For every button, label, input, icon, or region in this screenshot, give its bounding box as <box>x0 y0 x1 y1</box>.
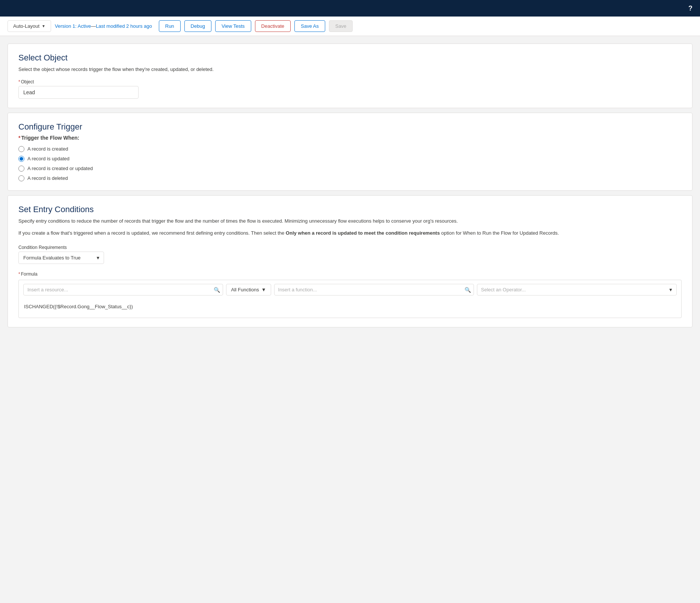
radio-deleted-label: A record is deleted <box>27 175 68 181</box>
formula-value: ISCHANGED({!$Record.Gong__Flow_Status__c… <box>24 304 133 309</box>
save-button: Save <box>329 20 353 32</box>
resource-input[interactable] <box>23 284 223 295</box>
condition-requirements-select[interactable]: Formula Evaluates to True All Conditions… <box>18 252 104 264</box>
top-bar: ? <box>0 0 700 17</box>
radio-created-updated[interactable] <box>18 166 24 172</box>
function-search-icon[interactable]: 🔍 <box>465 287 471 293</box>
operator-select-wrapper: Select an Operator... ▼ <box>477 284 677 295</box>
radio-created-label: A record is created <box>27 146 68 152</box>
all-functions-label: All Functions <box>231 287 259 292</box>
formula-body[interactable]: ISCHANGED({!$Record.Gong__Flow_Status__c… <box>18 299 682 318</box>
resource-search-icon[interactable]: 🔍 <box>214 287 220 293</box>
object-input[interactable] <box>18 86 139 99</box>
all-functions-chevron-icon: ▼ <box>261 287 266 292</box>
radio-created[interactable] <box>18 146 24 152</box>
deactivate-button[interactable]: Deactivate <box>255 20 291 32</box>
radio-item-created-updated[interactable]: A record is created or updated <box>18 166 682 172</box>
debug-button[interactable]: Debug <box>184 20 211 32</box>
entry-conditions-desc2: If you create a flow that's triggered wh… <box>18 229 682 237</box>
configure-trigger-section: Configure Trigger *Trigger the Flow When… <box>8 113 692 191</box>
auto-layout-label: Auto-Layout <box>13 23 39 29</box>
formula-section: *Formula 🔍 All Functions ▼ 🔍 <box>18 271 682 318</box>
formula-label: *Formula <box>18 271 682 277</box>
formula-toolbar: 🔍 All Functions ▼ 🔍 Select an Operator..… <box>18 280 682 299</box>
configure-trigger-title: Configure Trigger <box>18 122 682 132</box>
save-as-button[interactable]: Save As <box>294 20 325 32</box>
object-field-label: *Object <box>18 79 682 84</box>
condition-requirements-label: Condition Requirements <box>18 245 682 250</box>
radio-item-deleted[interactable]: A record is deleted <box>18 175 682 181</box>
radio-updated-label: A record is updated <box>27 156 69 161</box>
operator-select[interactable]: Select an Operator... <box>477 284 677 295</box>
view-tests-button[interactable]: View Tests <box>215 20 251 32</box>
radio-item-updated[interactable]: A record is updated <box>18 156 682 162</box>
function-input-wrapper: 🔍 <box>274 284 474 295</box>
run-button[interactable]: Run <box>159 20 181 32</box>
function-input[interactable] <box>274 284 474 295</box>
radio-updated[interactable] <box>18 156 24 162</box>
set-entry-conditions-section: Set Entry Conditions Specify entry condi… <box>8 195 692 328</box>
version-info: Version 1: Active—Last modified 2 hours … <box>55 23 152 29</box>
select-object-description: Select the object whose records trigger … <box>18 66 682 73</box>
select-object-section: Select Object Select the object whose re… <box>8 44 692 108</box>
radio-deleted[interactable] <box>18 175 24 181</box>
help-icon[interactable]: ? <box>688 5 692 12</box>
chevron-down-icon: ▼ <box>42 24 45 28</box>
radio-created-updated-label: A record is created or updated <box>27 166 93 171</box>
auto-layout-button[interactable]: Auto-Layout ▼ <box>8 20 51 32</box>
desc2-suffix: option for When to Run the Flow for Upda… <box>440 230 559 236</box>
trigger-when-label: *Trigger the Flow When: <box>18 135 682 141</box>
desc2-bold: Only when a record is updated to meet th… <box>286 230 440 236</box>
select-object-title: Select Object <box>18 53 682 63</box>
resource-input-wrapper: 🔍 <box>23 284 223 295</box>
trigger-radio-group: A record is created A record is updated … <box>18 146 682 181</box>
all-functions-button[interactable]: All Functions ▼ <box>226 284 271 295</box>
main-content: Select Object Select the object whose re… <box>0 36 700 339</box>
entry-conditions-desc1: Specify entry conditions to reduce the n… <box>18 217 682 225</box>
condition-requirements-wrapper: Formula Evaluates to True All Conditions… <box>18 252 104 264</box>
toolbar: Auto-Layout ▼ Version 1: Active—Last mod… <box>0 17 700 36</box>
desc2-prefix: If you create a flow that's triggered wh… <box>18 230 286 236</box>
radio-item-created[interactable]: A record is created <box>18 146 682 152</box>
set-entry-conditions-title: Set Entry Conditions <box>18 205 682 214</box>
